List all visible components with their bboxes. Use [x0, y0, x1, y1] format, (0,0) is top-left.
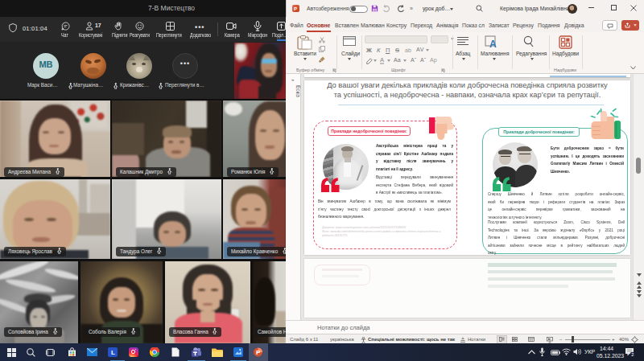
svg-text:P: P	[256, 349, 261, 356]
svg-text:2: 2	[631, 352, 634, 357]
svg-text:A: A	[489, 39, 497, 49]
